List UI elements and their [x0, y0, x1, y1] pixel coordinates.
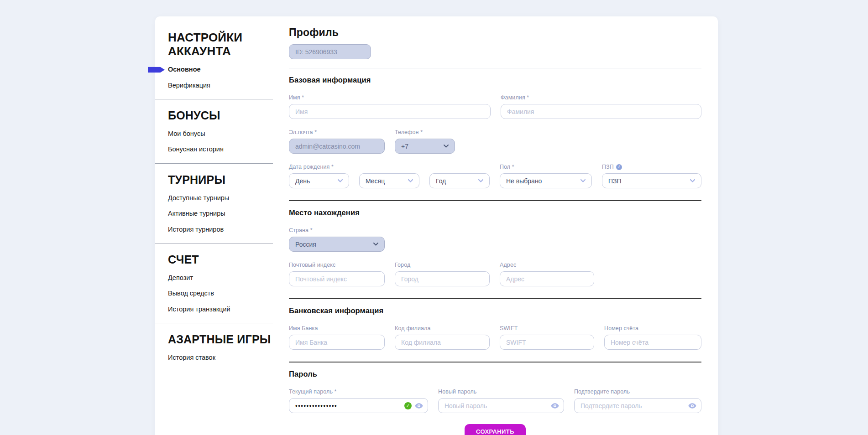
section-heading-location: Место нахождения	[289, 208, 701, 217]
birth-year-field: Год	[429, 173, 490, 188]
birth-month-select[interactable]: Месяц	[359, 173, 419, 188]
city-field: Город	[395, 262, 490, 286]
confirm-password-wrap	[574, 398, 701, 413]
sidebar-item-withdrawal[interactable]: Вывод средств	[168, 290, 214, 297]
birth-year-value: Год	[436, 177, 446, 185]
country-label: Страна *	[289, 227, 385, 233]
current-password-wrap: ✓	[289, 398, 428, 413]
gender-select[interactable]: Не выбрано	[500, 173, 592, 188]
confirm-password-label: Подтвердите пароль	[574, 388, 701, 395]
country-select[interactable]: Россия	[289, 237, 385, 252]
address-label: Адрес	[500, 262, 594, 268]
sidebar-group-tournaments: ТУРНИРЫ	[168, 173, 273, 186]
new-password-field: Новый пароль	[438, 388, 564, 413]
sidebar-item-main[interactable]: Основное	[168, 66, 201, 73]
address-field: Адрес	[500, 262, 594, 286]
account-number-input[interactable]	[604, 335, 701, 350]
sidebar-item-my-bonuses[interactable]: Мои бонусы	[168, 130, 205, 138]
sidebar-item-label: Активные турниры	[168, 210, 225, 217]
sidebar-group-account-settings: НАСТРОЙКИ АККАУНТА	[168, 31, 257, 58]
chevron-down-icon	[580, 179, 586, 182]
current-password-label: Текущий пароль *	[289, 388, 428, 395]
city-input[interactable]	[395, 271, 490, 286]
sidebar-item-bonus-history[interactable]: Бонусная история	[168, 145, 224, 153]
info-icon[interactable]: i	[616, 164, 622, 170]
sidebar-item-label: Вывод средств	[168, 290, 214, 297]
postal-code-input[interactable]	[289, 271, 385, 286]
current-password-field: Текущий пароль * ✓	[289, 388, 428, 413]
birth-day-select[interactable]: День	[289, 173, 349, 188]
divider-light	[289, 68, 701, 68]
chevron-down-icon	[338, 179, 343, 182]
chevron-down-icon	[478, 179, 483, 182]
address-input[interactable]	[500, 271, 594, 286]
bank-name-input[interactable]	[289, 335, 385, 350]
pep-label-text: ПЗП	[602, 164, 614, 170]
chevron-down-icon	[408, 179, 413, 182]
branch-code-input[interactable]	[395, 335, 490, 350]
sidebar-group-account: СЧЕТ	[168, 253, 273, 266]
email-label: Эл.почта *	[289, 129, 385, 135]
phone-label: Телефон *	[395, 129, 455, 135]
eye-icon[interactable]	[688, 403, 696, 409]
first-name-input[interactable]	[289, 104, 491, 119]
eye-icon[interactable]	[415, 403, 423, 409]
sidebar-item-active-tournaments[interactable]: Активные турниры	[168, 210, 225, 218]
birth-day-value: День	[295, 177, 310, 185]
account-number-label: Номер счёта	[604, 325, 701, 331]
account-number-field: Номер счёта	[604, 325, 701, 350]
sidebar-item-bet-history[interactable]: История ставок	[168, 354, 215, 362]
pep-select[interactable]: ПЗП	[602, 173, 701, 188]
sidebar-item-deposit[interactable]: Депозит	[168, 274, 193, 282]
sidebar-item-label: История турниров	[168, 226, 224, 233]
section-divider	[289, 200, 701, 201]
bank-name-field: Имя Банка	[289, 325, 385, 350]
section-divider	[289, 362, 701, 362]
sidebar-item-available-tournaments[interactable]: Доступные турниры	[168, 194, 229, 202]
country-value: Россия	[295, 241, 316, 248]
sidebar-item-label: Депозит	[168, 274, 193, 281]
new-password-input[interactable]	[438, 398, 564, 413]
birth-month-field: Месяц	[359, 173, 419, 188]
sidebar-item-tournament-history[interactable]: История турниров	[168, 226, 224, 233]
phone-code-value: +7	[401, 143, 408, 150]
sidebar-group-gambling: АЗАРТНЫЕ ИГРЫ	[168, 333, 273, 346]
section-divider	[289, 298, 701, 299]
section-heading-basic-info: Базовая информация	[289, 76, 701, 84]
swift-field: SWIFT	[500, 325, 594, 350]
sidebar-item-label: История транзакций	[168, 306, 230, 313]
last-name-input[interactable]	[501, 104, 701, 119]
chevron-down-icon	[444, 145, 449, 148]
country-field: Страна * Россия	[289, 227, 385, 252]
last-name-label: Фамилия *	[501, 94, 701, 101]
check-circle-icon: ✓	[404, 402, 412, 409]
gender-label: Пол *	[500, 164, 592, 170]
sidebar-divider	[155, 323, 273, 323]
sidebar-group-bonuses: БОНУСЫ	[168, 109, 273, 122]
eye-icon[interactable]	[551, 403, 559, 409]
sidebar-item-verification[interactable]: Верификация	[168, 82, 210, 89]
email-field: Эл.почта *	[289, 129, 385, 154]
section-heading-bank-info: Банковская информация	[289, 306, 701, 315]
page-background: НАСТРОЙКИ АККАУНТА Основное Верификация …	[0, 0, 868, 435]
confirm-password-input[interactable]	[574, 398, 701, 413]
swift-input[interactable]	[500, 335, 594, 350]
profile-form: Профиль Базовая информация Имя * Фамилия…	[289, 16, 718, 435]
sidebar-item-label: Мои бонусы	[168, 130, 205, 137]
save-button[interactable]: СОХРАНИТЬ	[465, 424, 526, 435]
branch-code-field: Код филиала	[395, 325, 490, 350]
postal-code-label: Почтовый индекс	[289, 262, 385, 268]
birth-date-label: Дата рождения *	[289, 164, 349, 170]
page-title: Профиль	[289, 26, 701, 39]
pep-value: ПЗП	[608, 177, 622, 185]
sidebar-item-transaction-history[interactable]: История транзакций	[168, 306, 230, 313]
gender-value: Не выбрано	[506, 177, 542, 185]
chevron-down-icon	[690, 179, 695, 182]
confirm-password-field: Подтвердите пароль	[574, 388, 701, 413]
sidebar-divider	[155, 99, 273, 99]
phone-code-select[interactable]: +7	[395, 139, 455, 154]
branch-code-label: Код филиала	[395, 325, 490, 331]
phone-code-field: Телефон * +7	[395, 129, 455, 154]
birth-year-select[interactable]: Год	[429, 173, 490, 188]
new-password-wrap	[438, 398, 564, 413]
